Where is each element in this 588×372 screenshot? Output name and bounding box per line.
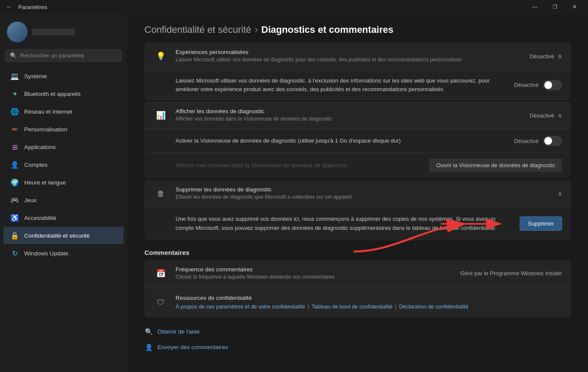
nav-label-heure: Heure et langue: [24, 179, 66, 186]
experiences-title: Expériences personnalisées: [176, 49, 523, 55]
footer-links: 🔍 Obtenir de l'aide 👤 Envoyer des commen…: [144, 324, 571, 355]
maximize-button[interactable]: ❐: [545, 0, 565, 14]
experiences-right: Désactivé ∧: [530, 53, 562, 60]
search-box[interactable]: 🔍: [5, 49, 122, 62]
frequence-row: 📅 Fréquence des commentaires Choisir la …: [144, 260, 571, 288]
help-label: Obtenir de l'aide: [157, 328, 200, 335]
breadcrumb-current: Diagnostics et commentaires: [261, 24, 393, 35]
sidebar-item-windows_update[interactable]: ↻ Windows Update: [3, 245, 124, 262]
supprimer-btn-container: Supprimer: [520, 216, 562, 231]
username-placeholder: [32, 29, 75, 35]
experiences-sub-right: Désactivé: [514, 80, 562, 90]
ressources-icon: 🛡: [153, 295, 169, 310]
supprimer-section: 🗑 Supprimer les données de diagnostic Ef…: [144, 180, 571, 240]
breadcrumb: Confidentialité et sécurité › Diagnostic…: [127, 14, 588, 42]
commentaires-section: 📅 Fréquence des commentaires Choisir la …: [144, 260, 571, 317]
privacy-link-1[interactable]: À propos de ces paramètres et de votre c…: [176, 304, 305, 310]
open-viewer-button[interactable]: Ouvrir la Visionneuse de données de diag…: [429, 159, 562, 172]
sidebar-item-reseau[interactable]: 🌐 Réseau et Internet: [3, 103, 124, 120]
nav-label-windows_update: Windows Update: [24, 250, 68, 257]
nav-icon-windows_update: ↻: [10, 249, 19, 258]
privacy-sep-1: |: [307, 304, 309, 310]
nav-icon-heure: 🌍: [10, 178, 19, 187]
frequence-right: Géré par le Programme Windows Insider: [460, 270, 562, 277]
nav-icon-bluetooth: ✦: [10, 89, 19, 98]
feedback-link[interactable]: 👤 Envoyer des commentaires: [144, 340, 571, 355]
afficher-sub-row-1: Activer la Visionneuse de données de dia…: [144, 130, 571, 153]
titlebar: ← Paramètres — ❐ ✕: [0, 0, 588, 14]
breadcrumb-separator: ›: [255, 24, 258, 35]
sidebar-item-applications[interactable]: ⊞ Applications: [3, 138, 124, 156]
sidebar-item-personnalisation[interactable]: ✏ Personnalisation: [3, 121, 124, 138]
experiences-subtitle: Laisser Microsoft utiliser vos données d…: [176, 56, 523, 64]
supprimer-text: Supprimer les données de diagnostic Effa…: [169, 186, 558, 201]
experiences-toggle[interactable]: [543, 80, 562, 90]
sidebar-item-systeme[interactable]: 💻 Système: [3, 67, 124, 85]
sidebar-item-accessibilite[interactable]: ♿ Accessibilité: [3, 209, 124, 226]
nav-label-bluetooth: Bluetooth et appareils: [24, 91, 81, 97]
content-area: Confidentialité et sécurité › Diagnostic…: [127, 14, 588, 372]
afficher-sub-row-2: Afficher mes données dans la Visionneuse…: [144, 153, 571, 178]
experiences-chevron[interactable]: ∧: [558, 53, 562, 60]
afficher-input-placeholder: Afficher mes données dans la Visionneuse…: [176, 161, 421, 170]
titlebar-left: ← Paramètres: [3, 3, 47, 11]
ressources-title: Ressources de confidentialité: [176, 295, 555, 301]
avatar: [7, 22, 28, 42]
nav-icon-systeme: 💻: [10, 72, 19, 80]
sidebar-item-bluetooth[interactable]: ✦ Bluetooth et appareils: [3, 85, 124, 102]
feedback-label: Envoyer des commentaires: [157, 344, 228, 350]
sidebar: 🔍 💻 Système ✦ Bluetooth et appareils 🌐 R…: [0, 14, 127, 372]
afficher-sub-right-1: Désactivé: [514, 136, 562, 146]
sidebar-item-confidentialite[interactable]: 🔒 Confidentialité et sécurité: [3, 227, 124, 244]
experiences-sub-text: Laissez Microsoft utiliser vos données d…: [176, 76, 505, 93]
afficher-row: 📊 Afficher les données de diagnostic Aff…: [144, 102, 571, 130]
privacy-link-3[interactable]: Déclaration de confidentialité: [399, 304, 469, 310]
experiences-row: 💡 Expériences personnalisées Laisser Mic…: [144, 42, 571, 70]
frequence-title: Fréquence des commentaires: [176, 266, 453, 273]
experiences-sub-status: Désactivé: [514, 82, 539, 88]
nav-label-accessibilite: Accessibilité: [24, 215, 56, 221]
help-icon: 🔍: [144, 327, 153, 336]
nav-label-applications: Applications: [24, 144, 56, 150]
app-container: 🔍 💻 Système ✦ Bluetooth et appareils 🌐 R…: [0, 14, 588, 372]
frequence-right-text: Géré par le Programme Windows Insider: [460, 270, 562, 277]
experiences-text: Expériences personnalisées Laisser Micro…: [169, 49, 530, 64]
sidebar-item-heure[interactable]: 🌍 Heure et langue: [3, 174, 124, 191]
afficher-text: Afficher les données de diagnostic Affic…: [169, 108, 530, 123]
nav-icon-jeux: 🎮: [10, 196, 19, 204]
breadcrumb-parent[interactable]: Confidentialité et sécurité: [144, 24, 251, 35]
afficher-subtitle: Afficher vos données dans la Visionneuse…: [176, 115, 523, 123]
frequence-text: Fréquence des commentaires Choisir la fr…: [169, 266, 460, 281]
nav-icon-accessibilite: ♿: [10, 213, 19, 222]
supprimer-title: Supprimer les données de diagnostic: [176, 186, 551, 193]
supprimer-expanded: Une fois que vous avez supprimé vos donn…: [144, 208, 571, 240]
sidebar-item-comptes[interactable]: 👤 Comptes: [3, 156, 124, 173]
experiences-sub-row: Laissez Microsoft utiliser vos données d…: [144, 70, 571, 100]
supprimer-icon: 🗑: [153, 186, 169, 201]
privacy-link-2[interactable]: Tableau de bord de confidentialité: [312, 304, 393, 310]
afficher-toggle[interactable]: [543, 136, 562, 146]
nav-label-systeme: Système: [24, 73, 47, 79]
supprimer-chevron[interactable]: ∧: [558, 190, 562, 197]
afficher-section: 📊 Afficher les données de diagnostic Aff…: [144, 102, 571, 178]
back-icon[interactable]: ←: [3, 3, 15, 11]
nav-icon-applications: ⊞: [10, 143, 19, 151]
close-button[interactable]: ✕: [565, 0, 585, 14]
search-input[interactable]: [20, 52, 117, 59]
nav-icon-personnalisation: ✏: [10, 125, 19, 134]
sidebar-item-jeux[interactable]: 🎮 Jeux: [3, 191, 124, 209]
content-wrapper: Confidentialité et sécurité › Diagnostic…: [127, 14, 588, 355]
minimize-button[interactable]: —: [525, 0, 545, 14]
afficher-title: Afficher les données de diagnostic: [176, 108, 523, 114]
ressources-text: Ressources de confidentialité À propos d…: [169, 295, 562, 310]
afficher-sub-right-2: Ouvrir la Visionneuse de données de diag…: [429, 159, 562, 172]
window-title: Paramètres: [18, 4, 47, 10]
afficher-chevron[interactable]: ∧: [558, 112, 562, 119]
afficher-right: Désactivé ∧: [530, 112, 562, 119]
nav-label-personnalisation: Personnalisation: [24, 126, 67, 133]
supprimer-button[interactable]: Supprimer: [520, 216, 562, 231]
privacy-links: À propos de ces paramètres et de votre c…: [176, 304, 555, 310]
feedback-icon: 👤: [144, 343, 153, 352]
commentaires-label: Commentaires: [127, 242, 588, 260]
help-link[interactable]: 🔍 Obtenir de l'aide: [144, 324, 571, 340]
